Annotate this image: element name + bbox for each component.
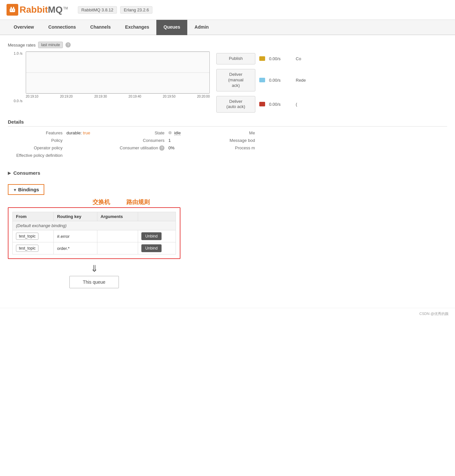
bindings-layout: 交换机 路由规则 From Routing key Arguments bbox=[8, 198, 447, 288]
nav-overview[interactable]: Overview bbox=[7, 20, 41, 35]
bindings-title: Bindings bbox=[18, 187, 39, 192]
col-arguments: Arguments bbox=[97, 212, 138, 221]
deliver-auto-extra: ( bbox=[296, 102, 297, 107]
binding-row-1: test_topic order.* Unbind bbox=[13, 242, 176, 254]
legend-row-deliver-manual: Deliver(manualack) 0.00/s Rede bbox=[216, 69, 447, 91]
footer-text: CSDN @优秀的颜 bbox=[419, 312, 448, 316]
version-info: RabbitMQ 3.8.12 Erlang 23.2.6 bbox=[78, 6, 153, 14]
details-utilisation-row: Consumer utilisation ? 0% bbox=[110, 145, 181, 151]
consumers-section: ▶ Consumers bbox=[8, 167, 447, 179]
chart-section: 1.0 /s 0.0 /s 20:19:10 20:19:20 20:19:30… bbox=[8, 51, 447, 113]
binding-routing-1: order.* bbox=[54, 242, 97, 254]
consumers-key: Consumers bbox=[110, 138, 168, 143]
svg-rect-0 bbox=[10, 8, 15, 12]
unbind-button-0[interactable]: Unbind bbox=[141, 232, 162, 240]
process-key: Process m bbox=[200, 145, 259, 150]
rabbitmq-version: RabbitMQ 3.8.12 bbox=[78, 6, 117, 14]
down-arrow: ⇓ bbox=[91, 263, 98, 274]
binding-args-1 bbox=[97, 242, 138, 254]
bindings-section: ▼ Bindings 交换机 路由规则 From Routing key bbox=[8, 184, 447, 288]
message-rates-help[interactable]: ? bbox=[65, 42, 71, 48]
svg-point-3 bbox=[11, 10, 12, 11]
col-routing-key: Routing key bbox=[54, 212, 97, 221]
binding-from-1: test_topic bbox=[13, 242, 54, 254]
default-binding-row: (Default exchange binding) bbox=[13, 221, 176, 230]
exchange-badge-1: test_topic bbox=[16, 245, 38, 252]
rabbit-icon bbox=[9, 6, 16, 13]
nav-channels[interactable]: Channels bbox=[83, 20, 118, 35]
bindings-content: 交换机 路由规则 From Routing key Arguments bbox=[8, 198, 180, 288]
chart-box bbox=[26, 51, 210, 94]
state-dot bbox=[168, 131, 172, 134]
state-key: State bbox=[110, 130, 168, 135]
erlang-version: Erlang 23.2.6 bbox=[120, 6, 152, 14]
publish-color bbox=[259, 56, 265, 61]
legend-section: Publish 0.00/s Co Deliver(manualack) 0.0… bbox=[216, 51, 447, 113]
y-min: 0.0 /s bbox=[8, 99, 22, 103]
publish-extra: Co bbox=[296, 56, 301, 61]
details-title: Details bbox=[8, 119, 447, 127]
nav-exchanges[interactable]: Exchanges bbox=[118, 20, 156, 35]
x-label-1: 20:19:20 bbox=[60, 95, 73, 98]
policy-key: Policy bbox=[8, 138, 66, 143]
binding-action-1: Unbind bbox=[138, 242, 176, 254]
logo-tm: TM bbox=[63, 7, 68, 10]
logo-text: RabbitMQTM bbox=[20, 5, 68, 15]
details-consumers-row: Consumers 1 bbox=[110, 138, 181, 143]
binding-row-0: test_topic #.error Unbind bbox=[13, 230, 176, 242]
chart-yaxis: 1.0 /s 0.0 /s bbox=[8, 51, 24, 103]
nav-admin[interactable]: Admin bbox=[187, 20, 216, 35]
binding-from-0: test_topic bbox=[13, 230, 54, 242]
consumers-value: 1 bbox=[168, 138, 171, 143]
details-me-row: Me bbox=[200, 130, 259, 135]
consumers-triangle: ▶ bbox=[8, 171, 11, 175]
details-op-policy-row: Operator policy bbox=[8, 145, 90, 150]
arrow-queue-section: ⇓ This queue bbox=[8, 263, 180, 288]
details-policy-row: Policy bbox=[8, 138, 90, 143]
deliver-auto-color bbox=[259, 102, 265, 106]
chart-svg bbox=[26, 52, 209, 93]
binding-action-0: Unbind bbox=[138, 230, 176, 242]
x-label-2: 20:19:30 bbox=[94, 95, 107, 98]
deliver-auto-button[interactable]: Deliver(auto ack) bbox=[216, 96, 255, 113]
deliver-manual-rate: 0.00/s bbox=[269, 78, 292, 83]
chart-container: 1.0 /s 0.0 /s 20:19:10 20:19:20 20:19:30… bbox=[8, 51, 210, 113]
deliver-manual-color bbox=[259, 78, 265, 82]
x-label-5: 20:20:00 bbox=[197, 95, 210, 98]
consumers-title: Consumers bbox=[13, 170, 40, 176]
publish-button[interactable]: Publish bbox=[216, 53, 255, 64]
eff-policy-key: Effective policy definition bbox=[8, 153, 66, 158]
deliver-auto-rate: 0.00/s bbox=[269, 102, 292, 107]
utilisation-key: Consumer utilisation ? bbox=[110, 145, 168, 151]
bindings-table-header: From Routing key Arguments bbox=[13, 212, 176, 221]
details-msgbod-row: Message bod bbox=[200, 138, 259, 143]
y-max: 1.0 /s bbox=[8, 51, 22, 55]
binding-routing-0: #.error bbox=[54, 230, 97, 242]
nav-queues[interactable]: Queues bbox=[156, 20, 187, 35]
bindings-triangle: ▼ bbox=[13, 188, 17, 192]
legend-row-deliver-auto: Deliver(auto ack) 0.00/s ( bbox=[216, 96, 447, 113]
nav-connections[interactable]: Connections bbox=[41, 20, 83, 35]
details-section: Details Features durable: true Policy Op… bbox=[8, 119, 447, 160]
unbind-button-1[interactable]: Unbind bbox=[141, 244, 162, 252]
queue-box: This queue bbox=[69, 276, 119, 288]
x-label-3: 20:19:40 bbox=[129, 95, 141, 98]
bindings-annotations: 交换机 路由规则 bbox=[92, 198, 180, 206]
op-policy-key: Operator policy bbox=[8, 145, 66, 150]
deliver-manual-button[interactable]: Deliver(manualack) bbox=[216, 69, 255, 91]
main-content: Message rates last minute ? 1.0 /s 0.0 /… bbox=[0, 35, 455, 301]
utilisation-help[interactable]: ? bbox=[159, 145, 164, 151]
utilisation-value: 0% bbox=[168, 145, 175, 150]
logo-icon bbox=[7, 4, 18, 16]
bindings-box: From Routing key Arguments (Default exch… bbox=[8, 207, 180, 259]
annotation-exchange: 交换机 bbox=[92, 198, 110, 206]
consumers-header[interactable]: ▶ Consumers bbox=[8, 167, 447, 179]
period-badge[interactable]: last minute bbox=[38, 42, 63, 48]
message-rates-label: Message rates last minute ? bbox=[8, 42, 447, 48]
svg-point-4 bbox=[13, 10, 14, 11]
details-state-row: State idle bbox=[110, 130, 181, 135]
header: RabbitMQTM RabbitMQ 3.8.12 Erlang 23.2.6 bbox=[0, 0, 455, 20]
deliver-manual-extra: Rede bbox=[296, 78, 306, 83]
publish-rate: 0.00/s bbox=[269, 56, 292, 61]
bindings-header[interactable]: ▼ Bindings bbox=[8, 184, 44, 195]
